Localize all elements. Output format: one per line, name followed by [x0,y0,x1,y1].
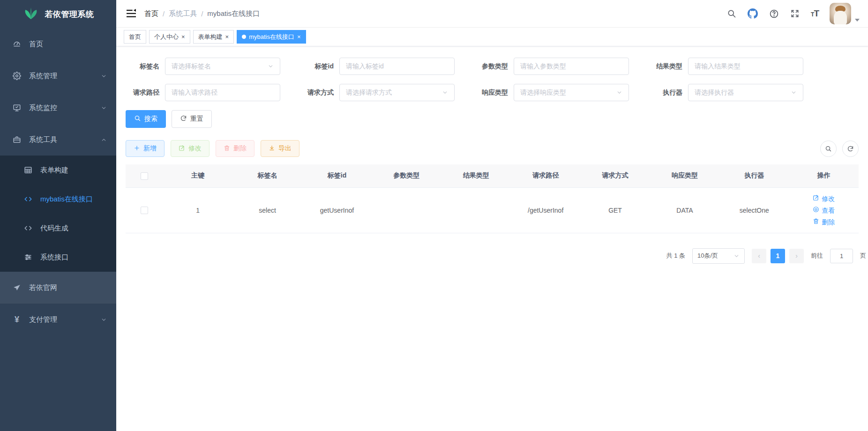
sidebar-fold-icon[interactable] [123,5,140,22]
sidebar-item-label: mybatis在线接口 [40,195,93,204]
tab-首页[interactable]: 首页 [124,30,146,44]
code-icon [23,223,33,233]
sidebar-item-home[interactable]: 首页 [0,28,116,60]
magnifier-icon [134,115,141,123]
goto-page-input[interactable]: 1 [830,249,853,263]
download-icon [269,145,275,153]
refresh-icon [180,115,187,123]
placeholder-text: 请选择执行器 [695,89,788,97]
param-type-input[interactable]: 请输入参数类型 [514,58,629,75]
sidebar-item-payment[interactable]: ¥支付管理 [0,304,116,335]
cell-标签id: getUserInof [302,187,372,233]
cell-结果类型 [441,187,511,233]
chevron-down-icon [791,89,797,96]
submenu-tools: 表单构建mybatis在线接口代码生成系统接口 [0,156,116,272]
add-button[interactable]: 新增 [126,140,165,157]
page-1-button[interactable]: 1 [771,249,785,263]
row-delete-label: 删除 [822,217,835,227]
search-button[interactable]: 搜索 [126,110,166,128]
row-checkbox[interactable] [141,207,148,214]
font-size-icon[interactable]: TT [811,8,819,19]
main-panel: 首页/系统工具/mybatis在线接口 TT 首页个人中心×表单构建×mybat… [116,0,868,431]
field-result-type: 结果类型请输入结果类型 [649,58,803,75]
cell-标签名: select [232,187,302,233]
request-path-input[interactable]: 请输入请求路径 [165,84,280,101]
show-search-button[interactable] [820,141,837,157]
field-label-result-type: 结果类型 [649,62,688,71]
export-button[interactable]: 导出 [261,140,299,157]
reset-button[interactable]: 重置 [172,110,212,128]
github-icon[interactable] [748,8,758,19]
sidebar-item-monitor[interactable]: 系统监控 [0,92,116,124]
field-executor: 执行器请选择执行器 [649,84,803,101]
close-icon[interactable]: × [225,34,229,40]
toolbox-icon [12,135,22,144]
row-edit-label: 修改 [822,193,835,204]
dashboard-icon [12,39,22,49]
avatar[interactable] [830,3,851,24]
sliders-icon [23,253,33,262]
chevron-up-icon [101,137,107,143]
sidebar-item-mybatis-api[interactable]: mybatis在线接口 [0,185,116,214]
sidebar-item-label: 支付管理 [29,315,57,324]
refresh-table-button[interactable] [842,141,859,157]
response-type-select[interactable]: 请选择响应类型 [514,84,629,101]
search-button-row: 搜索 重置 [126,110,859,128]
next-page-button[interactable]: › [789,249,804,263]
sidebar-item-code-gen[interactable]: 代码生成 [0,214,116,243]
help-icon[interactable] [769,8,779,19]
yen-icon: ¥ [12,315,22,324]
column-header-主键: 主键 [163,164,232,187]
field-tag-name: 标签名请选择标签名 [126,58,280,75]
select-all-checkbox[interactable] [141,172,148,180]
placeholder-text: 请输入参数类型 [520,62,622,71]
close-icon[interactable]: × [297,34,301,40]
column-header-请求路径: 请求路径 [511,164,580,187]
request-method-select[interactable]: 请选择请求方式 [339,84,455,101]
tag-id-input[interactable]: 请输入标签id [339,58,455,75]
row-edit-link[interactable]: 修改 [813,193,835,204]
page-size-select[interactable]: 10条/页 [692,248,745,264]
field-label-response-type: 响应类型 [474,89,514,97]
prev-page-button[interactable]: ‹ [752,249,766,263]
sidebar-item-system-api[interactable]: 系统接口 [0,243,116,272]
close-icon[interactable]: × [181,34,185,40]
fullscreen-icon[interactable] [790,8,800,19]
sidebar-item-system[interactable]: 系统管理 [0,60,116,92]
executor-select[interactable]: 请选择执行器 [688,84,803,101]
field-request-method: 请求方式请选择请求方式 [300,84,455,101]
placeholder-text: 请选择响应类型 [520,89,614,97]
navbar-actions: TT [726,3,860,24]
table-icon [23,165,33,175]
tab-表单构建[interactable]: 表单构建× [193,30,234,44]
row-delete-link[interactable]: 删除 [813,217,835,227]
column-header-操作: 操作 [789,164,859,187]
export-button-label: 导出 [278,144,292,153]
cell-请求方式: GET [580,187,650,233]
breadcrumb-separator: / [201,10,203,18]
app-root: 若依管理系统 首页系统管理系统监控系统工具表单构建mybatis在线接口代码生成… [0,0,868,431]
logo[interactable]: 若依管理系统 [0,0,116,28]
user-menu[interactable] [830,3,860,24]
column-header-标签名: 标签名 [232,164,302,187]
row-view-link[interactable]: 查看 [813,205,835,216]
trash-icon [224,145,230,153]
tab-label: 个人中心 [154,33,179,41]
tab-label: 首页 [129,33,141,41]
gear-icon [12,71,22,81]
tag-name-select[interactable]: 请选择标签名 [165,58,280,75]
breadcrumb-item[interactable]: 首页 [144,9,158,18]
plus-icon [134,145,140,153]
sidebar-item-form-build[interactable]: 表单构建 [0,156,116,185]
goto-label: 前往 [811,252,823,260]
active-tab-dot [242,35,246,39]
cell-操作: 修改查看删除 [789,187,859,233]
sidebar-item-tools[interactable]: 系统工具 [0,124,116,156]
result-type-input[interactable]: 请输入结果类型 [688,58,803,75]
placeholder-text: 请输入请求路径 [172,89,274,97]
search-icon[interactable] [726,8,737,19]
tab-mybatis在线接口[interactable]: mybatis在线接口× [237,30,306,44]
tab-个人中心[interactable]: 个人中心× [149,30,190,44]
top-navbar: 首页/系统工具/mybatis在线接口 TT [116,0,868,28]
sidebar-item-official-site[interactable]: 若依官网 [0,272,116,304]
